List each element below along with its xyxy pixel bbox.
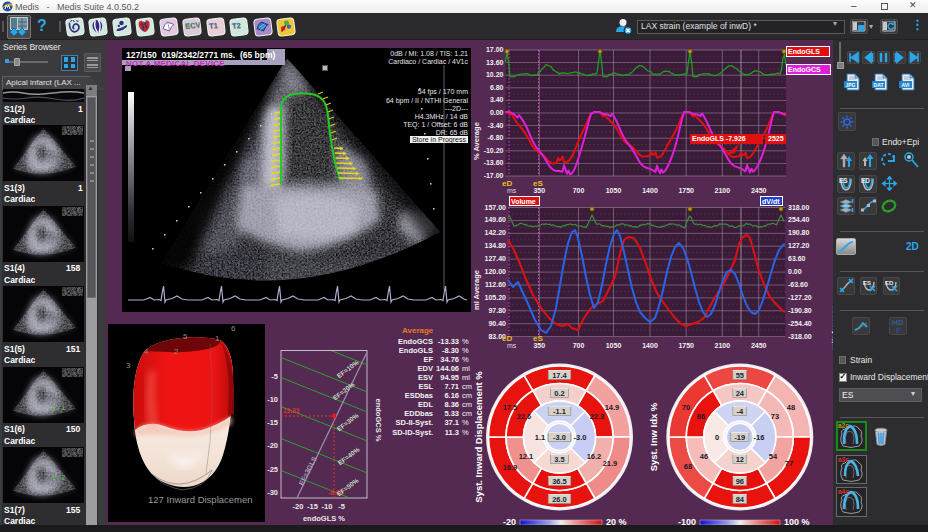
svg-text:5: 5 xyxy=(183,332,188,341)
svg-text:EF=30%: EF=30% xyxy=(335,412,359,433)
svg-text:1: 1 xyxy=(215,334,220,343)
svg-text:endoGLS %: endoGLS % xyxy=(303,514,345,523)
svg-text:endoGCS %: endoGCS % xyxy=(374,399,383,442)
svg-text:ES: ES xyxy=(839,177,848,184)
svg-text:EF=50%: EF=50% xyxy=(335,477,359,498)
svg-text:-25: -25 xyxy=(267,465,278,474)
svg-text:68: 68 xyxy=(684,462,692,471)
svg-text:16.2: 16.2 xyxy=(587,452,602,461)
svg-text:100 %: 100 % xyxy=(784,517,810,525)
svg-text:48: 48 xyxy=(787,403,795,412)
svg-text:-4: -4 xyxy=(736,407,743,416)
svg-text:13.33: 13.33 xyxy=(283,407,300,414)
svg-text:2: 2 xyxy=(174,347,179,356)
svg-text:EF=10%: EF=10% xyxy=(335,359,359,380)
svg-text:EF=20%: EF=20% xyxy=(331,381,355,402)
svg-text:a3c: a3c xyxy=(838,456,849,463)
svg-text:84: 84 xyxy=(736,495,745,504)
svg-text:-5: -5 xyxy=(338,502,345,511)
svg-text:-5: -5 xyxy=(271,372,278,381)
svg-text:12: 12 xyxy=(736,455,744,464)
svg-text:JPG: JPG xyxy=(845,82,855,88)
svg-text:127 Inward Displacemen: 127 Inward Displacemen xyxy=(148,494,253,505)
svg-text:ES: ES xyxy=(863,280,871,286)
svg-text:Syst. Inward Displacement %: Syst. Inward Displacement % xyxy=(473,371,484,503)
svg-text:-15: -15 xyxy=(267,418,278,427)
svg-text:EF=40%: EF=40% xyxy=(336,446,360,467)
svg-text:21.9: 21.9 xyxy=(603,459,618,468)
svg-text:12.1: 12.1 xyxy=(519,452,534,461)
svg-text:Syst. Inw Idx %: Syst. Inw Idx % xyxy=(648,402,659,471)
svg-text:ED: ED xyxy=(861,177,870,184)
svg-text:77: 77 xyxy=(785,459,793,468)
svg-text:55: 55 xyxy=(736,371,744,380)
svg-text:-30: -30 xyxy=(267,488,278,497)
svg-text:-10: -10 xyxy=(267,395,278,404)
svg-text:17.4: 17.4 xyxy=(552,371,567,380)
svg-text:1.1: 1.1 xyxy=(535,433,545,442)
svg-text:-1.1: -1.1 xyxy=(553,407,566,416)
svg-text:20 %: 20 % xyxy=(606,517,627,525)
svg-text:22.3: 22.3 xyxy=(590,412,605,421)
svg-text:96: 96 xyxy=(736,477,744,486)
svg-text:AVI: AVI xyxy=(902,82,911,88)
svg-text:-20: -20 xyxy=(293,502,304,511)
svg-text:22.6: 22.6 xyxy=(517,412,532,421)
svg-text:-100: -100 xyxy=(678,517,696,525)
svg-text:36.5: 36.5 xyxy=(552,477,567,486)
svg-text:-3.0: -3.0 xyxy=(574,433,587,442)
svg-text:-15: -15 xyxy=(307,502,318,511)
svg-text:17.5: 17.5 xyxy=(503,403,518,412)
svg-text:a4c: a4c xyxy=(838,488,849,495)
svg-text:-20: -20 xyxy=(267,441,278,450)
svg-text:14.9: 14.9 xyxy=(605,403,620,412)
svg-text:-3.0: -3.0 xyxy=(553,433,566,442)
svg-text:0: 0 xyxy=(715,433,719,442)
svg-text:0.2: 0.2 xyxy=(554,389,564,398)
svg-text:16.9: 16.9 xyxy=(503,463,518,472)
svg-text:26.0: 26.0 xyxy=(552,495,567,504)
svg-text:86: 86 xyxy=(697,412,705,421)
svg-text:54: 54 xyxy=(769,452,778,461)
svg-text:-19: -19 xyxy=(734,433,745,442)
svg-text:-20: -20 xyxy=(503,517,516,525)
svg-text:24: 24 xyxy=(736,389,745,398)
svg-text:4: 4 xyxy=(144,347,149,356)
svg-text:-10: -10 xyxy=(322,502,333,511)
svg-text:70: 70 xyxy=(682,403,690,412)
svg-text:6: 6 xyxy=(231,324,236,333)
svg-text:3.5: 3.5 xyxy=(554,455,564,464)
svg-text:3: 3 xyxy=(126,361,131,370)
svg-text:-16: -16 xyxy=(754,433,765,442)
svg-text:a2c: a2c xyxy=(838,422,849,429)
svg-text:ED: ED xyxy=(885,280,894,286)
svg-text:DAT: DAT xyxy=(873,82,883,88)
svg-text:73: 73 xyxy=(771,412,779,421)
svg-text:46: 46 xyxy=(700,452,708,461)
